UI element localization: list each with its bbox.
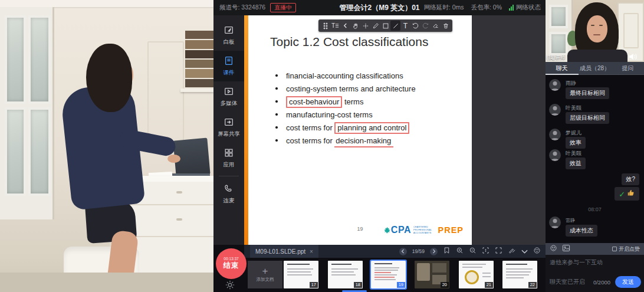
char-counter: 0/2000 <box>593 279 610 286</box>
image-upload-icon[interactable] <box>562 244 570 254</box>
slide-thumbnail-18[interactable]: 18 <box>328 261 363 288</box>
phone-icon <box>224 183 234 195</box>
tab-chat[interactable]: 聊天 <box>546 62 579 75</box>
sidebar-item-courseware[interactable]: 课件 <box>213 51 244 81</box>
slide-bullet: cost terms for planning and control <box>274 123 416 132</box>
text-style-button[interactable]: T <box>330 21 340 31</box>
live-class-window: 管理会计2（M9 英文）01 频道号: 3324876 直播中 网络延时: 0m… <box>0 0 644 292</box>
emoji-icon[interactable] <box>550 244 557 254</box>
avatar <box>549 104 561 116</box>
laser-pointer-button[interactable] <box>360 21 370 31</box>
chat-panel[interactable]: 雨静 最终目标相同 叶美颐 层级目标相同 梦妮儿 效率 叶美颐 效益 效? ✓ … <box>546 75 644 243</box>
annotation-toolbar: T T <box>318 19 452 32</box>
chat-user-name: 雨静 <box>566 80 576 87</box>
sidebar-divider <box>219 176 239 176</box>
red-box-annotation: cost-behaviour <box>286 96 342 108</box>
photo-floor <box>0 273 213 292</box>
screenshare-icon <box>224 117 234 129</box>
photo-book-stack <box>185 31 213 87</box>
likes-toggle-label[interactable]: 开启点赞 <box>619 245 640 253</box>
likes-toggle-checkbox[interactable] <box>612 247 617 251</box>
thumbnail-page-number: 19 <box>397 282 405 288</box>
trash-icon[interactable] <box>441 21 451 31</box>
collapse-panel-icon[interactable] <box>521 246 528 257</box>
fullscreen-icon[interactable] <box>495 246 502 257</box>
video-person-body <box>567 50 627 62</box>
cpa-wordmark: CPA <box>391 225 411 235</box>
fit-to-width-icon[interactable] <box>482 246 489 257</box>
thumbnail-page-number: 21 <box>485 282 493 288</box>
next-page-button[interactable] <box>430 248 438 255</box>
hand-tool-button[interactable] <box>350 21 360 31</box>
cpa-prep-logo: CPA CHARTERED PROFESSIONAL ACCOUNTANTS P… <box>383 225 464 235</box>
slide-thumbnail-22[interactable]: 22 <box>502 261 537 288</box>
zoom-in-icon[interactable] <box>456 246 464 257</box>
photo-cabinet-pane <box>5 107 26 196</box>
teacher-video[interactable]: (我)讲师 <box>546 0 644 62</box>
sidebar-item-whiteboard[interactable]: 白板 <box>213 20 244 51</box>
sidebar-item-apps[interactable]: 应用 <box>213 143 244 173</box>
apps-icon <box>224 147 234 159</box>
chat-user-name: 叶美颐 <box>566 104 581 112</box>
tab-members[interactable]: 成员（28） <box>579 62 612 75</box>
send-button[interactable]: 发送 <box>615 276 641 288</box>
slide-thumbnail-21[interactable]: 21 <box>459 261 494 288</box>
drag-handle-icon[interactable] <box>320 21 330 31</box>
text-tool-button[interactable]: T <box>400 21 410 31</box>
chat-message-text: 最终目标相同 <box>566 87 609 99</box>
signal-bars-icon <box>509 5 514 11</box>
undo-icon[interactable] <box>410 21 420 31</box>
settings-gear-icon[interactable] <box>225 280 235 290</box>
whiteboard-icon <box>224 25 234 37</box>
cpa-subline: PROFESSIONAL <box>413 229 432 231</box>
network-status-label[interactable]: 网络状态 <box>516 4 541 12</box>
annotate-pens-icon[interactable] <box>508 246 516 257</box>
eraser-icon[interactable] <box>431 21 441 31</box>
photo-crown-molding <box>0 0 213 7</box>
thumbnail-page-number: 18 <box>354 282 362 288</box>
bookmark-icon[interactable] <box>443 246 451 257</box>
sidebar-item-multimedia[interactable]: 多媒体 <box>213 81 244 112</box>
rectangle-tool-button[interactable] <box>380 21 390 31</box>
maple-leaf-icon <box>383 227 391 234</box>
sidebar-item-screenshare[interactable]: 屏幕共享 <box>213 112 244 143</box>
line-tool-button[interactable] <box>390 21 400 31</box>
emoji-panel-icon[interactable] <box>533 246 541 257</box>
chat-message-text: 效率 <box>566 137 586 149</box>
chat-own-reaction: ✓ <box>615 187 639 201</box>
right-panel-tabs: 聊天 成员（28） 提问 <box>546 62 644 75</box>
photo-wall-panel <box>147 41 184 142</box>
collapse-left-icon[interactable] <box>340 21 350 31</box>
redo-icon[interactable] <box>420 21 431 31</box>
add-document-tile[interactable]: + 添加文档 <box>248 261 282 288</box>
chat-input-area[interactable]: 邀他来参与一下互动 聊天室已开启 0/2000 发送 <box>546 255 644 292</box>
chat-timestamp: 08:07 <box>546 206 644 212</box>
prev-page-button[interactable] <box>399 248 407 255</box>
video-name-label: (我)讲师 <box>547 54 565 61</box>
cpa-subline: ACCOUNTANTS <box>413 232 432 234</box>
thumbnail-page-number: 22 <box>528 282 537 288</box>
video-person-face <box>587 15 607 42</box>
cpa-subline: CHARTERED <box>413 226 432 228</box>
prep-wordmark: PREP <box>438 225 464 235</box>
slide-bullet-list: financial-accounting classifications cos… <box>274 71 416 149</box>
pen-tool-button[interactable] <box>370 21 380 31</box>
sidebar-item-call[interactable]: 连麦 <box>213 179 244 209</box>
tab-questions[interactable]: 提问 <box>611 62 644 75</box>
close-icon[interactable]: × <box>310 248 313 255</box>
thumbs-up-icon <box>627 189 635 197</box>
end-class-button[interactable]: 00:13:37 结束 <box>216 248 247 279</box>
slide[interactable]: Topic 1.2 Cost classifications financial… <box>248 15 472 245</box>
class-timer: 00:13:37 <box>224 257 238 261</box>
chat-user-name: 叶美颐 <box>566 150 581 158</box>
slide-thumbnail-20[interactable]: 20 <box>415 261 449 288</box>
thumbnail-page-number: 17 <box>310 282 318 288</box>
speaker-icon[interactable] <box>629 52 638 62</box>
courseware-icon <box>224 55 234 67</box>
document-tab[interactable]: M09-L01.SLDE.ppt × <box>250 245 318 258</box>
thumbnail-page-number: 20 <box>441 282 449 288</box>
slide-thumbnail-19[interactable]: 19 <box>371 261 406 288</box>
photo-person-hand <box>167 155 180 163</box>
zoom-out-icon[interactable] <box>469 246 477 257</box>
slide-thumbnail-17[interactable]: 17 <box>284 261 318 288</box>
